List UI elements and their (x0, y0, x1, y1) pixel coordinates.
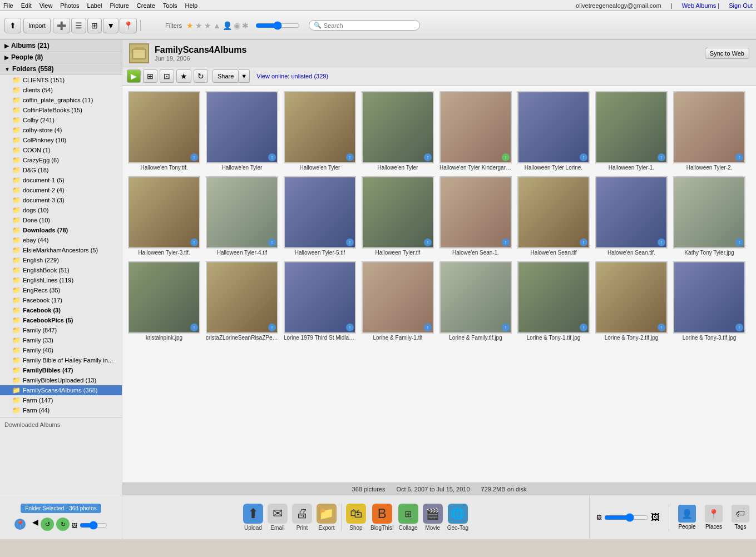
blog-icon-btn[interactable]: B BlogThis! (370, 504, 394, 531)
photo-item[interactable]: ↑ Halowe'en Sean-1. (439, 176, 512, 256)
photo-item[interactable]: ↑ Hallowe'en Tyler (284, 91, 356, 171)
photo-item[interactable]: ↑ Halloween Tyler-4.tif (206, 176, 278, 256)
sync-to-web-button[interactable]: Sync to Web (705, 48, 749, 59)
sidebar-item-elsie[interactable]: 📁ElsieMarkhamAncestors (5) (0, 245, 122, 255)
export-icon-btn[interactable]: 📁 Export (317, 504, 337, 531)
photo-item[interactable]: ↑ kristainpink.jpg (128, 261, 200, 341)
list-view-btn[interactable]: ☰ (71, 18, 86, 33)
sidebar-item-colpinkney[interactable]: 📁ColPinkney (10) (0, 135, 122, 145)
sidebar-item-coon[interactable]: 📁COON (1) (0, 145, 122, 155)
filter-star-1[interactable]: ★ (186, 21, 194, 30)
places-view-btn[interactable]: 📍 Places (705, 505, 723, 530)
star-btn[interactable]: ★ (176, 69, 191, 83)
sidebar-item-coffin-plate[interactable]: 📁coffin_plate_graphics (11) (0, 95, 122, 105)
menu-view[interactable]: View (39, 2, 53, 9)
sidebar-item-englishlines[interactable]: 📁EnglishLines (119) (0, 275, 122, 285)
sidebar-item-clients-lower[interactable]: 📁clients (54) (0, 85, 122, 95)
sidebar-item-document1[interactable]: 📁document-1 (5) (0, 175, 122, 185)
sidebar-item-downloads[interactable]: 📁Downloads (78) (0, 225, 122, 235)
fullscreen-btn[interactable]: ⊞ (143, 69, 157, 83)
filter-slider[interactable] (255, 21, 300, 30)
people-view-btn[interactable]: 👤 People (678, 505, 696, 530)
import-arrow-btn[interactable]: ⬆ (4, 18, 21, 33)
search-input[interactable] (324, 22, 407, 29)
upload-icon-btn[interactable]: ⬆ Upload (243, 504, 263, 531)
sidebar-item-dg[interactable]: 📁D&G (18) (0, 165, 122, 175)
photo-item[interactable]: ↑ Halowe'en Sean.tif (517, 176, 590, 256)
grid-view-btn[interactable]: ⊞ (87, 18, 102, 33)
filter-star-7[interactable]: ✱ (242, 21, 249, 30)
add-folder-btn[interactable]: ➕ (53, 18, 70, 33)
select-all-btn[interactable]: ⊡ (160, 69, 174, 83)
menu-picture[interactable]: Picture (110, 2, 129, 9)
share-dropdown-btn[interactable]: ▼ (239, 69, 250, 83)
size-slider[interactable] (80, 521, 107, 530)
filter-star-5[interactable]: 👤 (223, 21, 232, 30)
photo-item[interactable]: ↑ Kathy Tony Tyler.jpg (673, 176, 745, 256)
filter-star-6[interactable]: ◉ (234, 21, 240, 30)
photo-item[interactable]: ↑ Lorine & Family-1.tif (362, 261, 434, 341)
sidebar-item-family40[interactable]: 📁Family (40) (0, 345, 122, 355)
web-albums-link[interactable]: Web Albums (682, 2, 717, 9)
print-icon-btn[interactable]: 🖨 Print (292, 504, 312, 531)
view-toggle-btn[interactable]: ▼ (103, 18, 118, 33)
pin-icon[interactable]: 📍 (14, 519, 26, 530)
sidebar-item-english[interactable]: 📁English (229) (0, 255, 122, 265)
sidebar-folders-header[interactable]: ▼ Folders (558) (0, 63, 122, 75)
menu-photos[interactable]: Photos (60, 2, 79, 9)
geotag-icon-btn[interactable]: 🌐 Geo-Tag (447, 504, 468, 531)
menu-edit[interactable]: Edit (21, 2, 32, 9)
photo-item[interactable]: ↑ Hallowe'en Tyler Kindergarten. (439, 91, 512, 171)
movie-icon-btn[interactable]: 🎬 Movie (423, 504, 443, 531)
tags-view-btn[interactable]: 🏷 Tags (732, 505, 749, 530)
filter-star-3[interactable]: ★ (204, 21, 211, 30)
sidebar-people-header[interactable]: ▶ People (8) (0, 52, 122, 63)
filter-star-2[interactable]: ★ (195, 21, 202, 30)
photo-item[interactable]: ↑ Hallowe'en Tyler (206, 91, 278, 171)
rotate-left-btn[interactable]: ↺ (41, 518, 54, 531)
sidebar-item-familyscans[interactable]: 📁FamilyScans4Albums (368) (0, 385, 122, 395)
sidebar-item-coffinplate-books[interactable]: 📁CoffinPlateBooks (15) (0, 105, 122, 115)
rotate-btn[interactable]: ↻ (194, 69, 208, 83)
menu-help[interactable]: Help (185, 2, 198, 9)
sidebar-item-farm147[interactable]: 📁Farm (147) (0, 395, 122, 405)
sidebar-item-facebook[interactable]: 📁Facebook (17) (0, 295, 122, 305)
sidebar-item-dogs[interactable]: 📁dogs (10) (0, 205, 122, 215)
menu-label[interactable]: Label (87, 2, 102, 9)
sidebar-item-facebook-bold[interactable]: 📁Facebook (3) (0, 305, 122, 315)
sidebar-item-englishbook[interactable]: 📁EnglishBook (51) (0, 265, 122, 275)
photo-item[interactable]: ↑ Lorine & Tony-3.tif.jpg (673, 261, 745, 341)
photo-item[interactable]: ↑ Hallowe'en Tyler (362, 91, 434, 171)
photo-item[interactable]: ↑ Lorine & Tony-1.tif.jpg (517, 261, 590, 341)
sidebar-item-ebay[interactable]: 📁ebay (44) (0, 235, 122, 245)
shop-icon-btn[interactable]: 🛍 Shop (346, 504, 366, 531)
sidebar-item-family-bible[interactable]: 📁Family Bible of Hailey Family in... (0, 355, 122, 365)
sidebar-item-colby-store[interactable]: 📁colby-store (4) (0, 125, 122, 135)
view-online-link[interactable]: View online: unlisted (329) (256, 73, 328, 79)
photo-item[interactable]: ↑ Halloween Tyler.tif (362, 176, 434, 256)
sidebar-item-farm44[interactable]: 📁Farm (44) (0, 405, 122, 415)
sidebar-item-family847[interactable]: 📁Family (847) (0, 325, 122, 335)
sidebar-item-family33[interactable]: 📁Family (33) (0, 335, 122, 345)
photo-item[interactable]: ↑ Lorine & Tony-2.tif.jpg (595, 261, 668, 341)
rotate-right-btn[interactable]: ↻ (56, 518, 70, 531)
collage-icon-btn[interactable]: ⊞ Collage (398, 504, 418, 531)
photo-item[interactable]: ↑ Halloween Tyler-1. (595, 91, 668, 171)
filter-star-4[interactable]: ▲ (213, 21, 221, 30)
share-button[interactable]: Share (213, 69, 239, 83)
sidebar-item-familybibles-uploaded[interactable]: 📁FamilyBiblesUploaded (13) (0, 375, 122, 385)
sidebar-item-facebookpics[interactable]: 📁FacebookPics (5) (0, 315, 122, 325)
location-btn[interactable]: 📍 (120, 18, 137, 33)
photo-item[interactable]: ↑ Hallowe'en Tony.tif. (128, 91, 200, 171)
size-decrease-btn[interactable]: 🖼 (72, 523, 77, 529)
search-box[interactable]: 🔍 (309, 20, 420, 31)
prev-btn[interactable]: ◀ (32, 518, 38, 531)
photo-item[interactable]: ↑ Halloween Tyler Lorine. (517, 91, 590, 171)
menu-create[interactable]: Create (137, 2, 155, 9)
photo-item[interactable]: ↑ cristaZLorineSeanRisaZPeterbor (206, 261, 278, 341)
sidebar-item-document2[interactable]: 📁document-2 (4) (0, 185, 122, 195)
sidebar-item-done[interactable]: 📁Done (10) (0, 215, 122, 225)
photo-item[interactable]: ↑ Halloween Tyler-2. (673, 91, 745, 171)
menu-file[interactable]: File (3, 2, 13, 9)
sidebar-item-engrecs[interactable]: 📁EngRecs (35) (0, 285, 122, 295)
